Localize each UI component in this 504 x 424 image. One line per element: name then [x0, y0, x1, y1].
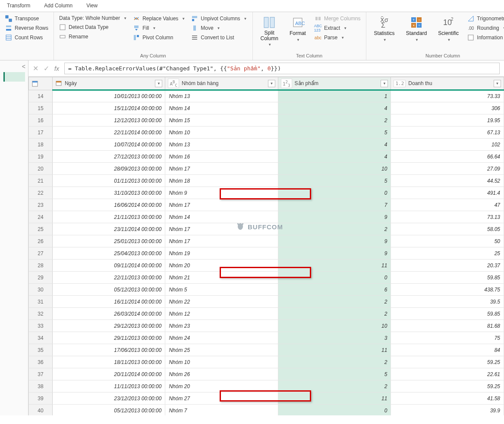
- cell-date[interactable]: 20/11/2014 00:00:00: [52, 368, 165, 380]
- cell-revenue[interactable]: 25: [391, 247, 504, 259]
- table-row[interactable]: 1612/12/2013 00:00:00Nhóm 15219.95: [29, 114, 504, 127]
- cell-group[interactable]: Nhóm 27: [165, 392, 278, 405]
- table-row[interactable]: 3226/03/2014 00:00:00Nhóm 12259.85: [29, 308, 504, 320]
- table-row[interactable]: 3720/11/2014 00:00:00Nhóm 26522.61: [29, 368, 504, 380]
- column-header-sanpham[interactable]: 123Sản phẩm▼: [278, 77, 391, 90]
- table-row[interactable]: 3923/12/2013 00:00:00Nhóm 271141.58: [29, 392, 504, 405]
- cell-revenue[interactable]: 59.25: [391, 356, 504, 368]
- row-number[interactable]: 30: [29, 284, 53, 296]
- cell-date[interactable]: 10/01/2013 00:00:00: [52, 90, 165, 102]
- rename-button[interactable]: Rename: [59, 33, 127, 41]
- cell-product[interactable]: 2: [278, 308, 391, 320]
- cell-revenue[interactable]: 59.85: [391, 272, 504, 284]
- cell-product[interactable]: 4: [278, 151, 391, 163]
- scientific-button[interactable]: 102 Scientific▼: [435, 15, 461, 51]
- row-number[interactable]: 19: [29, 151, 53, 163]
- row-number[interactable]: 33: [29, 320, 53, 332]
- cell-date[interactable]: 10/07/2014 00:00:00: [52, 139, 165, 151]
- cell-revenue[interactable]: 67.13: [391, 127, 504, 139]
- cell-product[interactable]: 10: [278, 163, 391, 175]
- cell-group[interactable]: Nhóm 24: [165, 332, 278, 344]
- cell-revenue[interactable]: 73.33: [391, 90, 504, 102]
- cell-group[interactable]: Nhóm 17: [165, 163, 278, 175]
- table-row[interactable]: 3329/12/2013 00:00:00Nhóm 231081.68: [29, 320, 504, 332]
- cell-product[interactable]: 9: [278, 247, 391, 259]
- table-row[interactable]: 2028/09/2013 00:00:00Nhóm 171027.09: [29, 163, 504, 175]
- fill-button[interactable]: Fill ▼: [133, 24, 185, 32]
- cell-date[interactable]: 26/03/2014 00:00:00: [52, 308, 165, 320]
- cell-revenue[interactable]: 438.75: [391, 284, 504, 296]
- cell-date[interactable]: 05/12/2013 00:00:00: [52, 405, 165, 416]
- cell-date[interactable]: 12/12/2013 00:00:00: [52, 114, 165, 127]
- table-row[interactable]: 2421/11/2013 00:00:00Nhóm 14973.13: [29, 211, 504, 223]
- cell-revenue[interactable]: 58.05: [391, 223, 504, 235]
- row-number[interactable]: 15: [29, 102, 53, 114]
- cell-revenue[interactable]: 41.58: [391, 392, 504, 405]
- table-row[interactable]: 3005/12/2013 00:00:00Nhóm 56438.75: [29, 284, 504, 296]
- row-number[interactable]: 17: [29, 127, 53, 139]
- cell-group[interactable]: Nhóm 26: [165, 368, 278, 380]
- row-number[interactable]: 22: [29, 187, 53, 199]
- cell-date[interactable]: 22/11/2013 00:00:00: [52, 272, 165, 284]
- cell-group[interactable]: Nhóm 20: [165, 259, 278, 272]
- cell-revenue[interactable]: 20.37: [391, 259, 504, 272]
- cell-group[interactable]: Nhóm 13: [165, 90, 278, 102]
- trigonometry-button[interactable]: Trigonometry ▼: [467, 15, 504, 22]
- cell-product[interactable]: 2: [278, 380, 391, 392]
- cell-revenue[interactable]: 39.5: [391, 296, 504, 308]
- accept-formula-icon[interactable]: ✓: [44, 64, 49, 73]
- cell-revenue[interactable]: 19.95: [391, 114, 504, 127]
- parse-button[interactable]: abc Parse ▼: [315, 34, 361, 41]
- formula-input[interactable]: = Table.ReplaceErrorValues(#"Changed Typ…: [64, 63, 500, 74]
- cell-revenue[interactable]: 22.61: [391, 368, 504, 380]
- table-row[interactable]: 2523/11/2014 00:00:00Nhóm 17258.05: [29, 223, 504, 235]
- cell-revenue[interactable]: 39.9: [391, 405, 504, 416]
- row-number[interactable]: 27: [29, 247, 53, 259]
- table-row[interactable]: 3116/11/2014 00:00:00Nhóm 22239.5: [29, 296, 504, 308]
- row-number[interactable]: 26: [29, 235, 53, 247]
- row-number[interactable]: 38: [29, 380, 53, 392]
- cell-product[interactable]: 2: [278, 296, 391, 308]
- cell-product[interactable]: 2: [278, 223, 391, 235]
- information-button[interactable]: Information ▼: [467, 34, 504, 41]
- extract-button[interactable]: ABC123 Extract ▼: [315, 24, 361, 32]
- cell-date[interactable]: 01/11/2013 00:00:00: [52, 175, 165, 187]
- transpose-button[interactable]: Transpose: [5, 15, 48, 22]
- cell-date[interactable]: 29/12/2013 00:00:00: [52, 320, 165, 332]
- cell-date[interactable]: 16/11/2014 00:00:00: [52, 296, 165, 308]
- table-row[interactable]: 3517/06/2013 00:00:00Nhóm 251184: [29, 344, 504, 356]
- cell-group[interactable]: Nhóm 23: [165, 320, 278, 332]
- cell-product[interactable]: 5: [278, 127, 391, 139]
- filter-icon[interactable]: ▼: [268, 80, 275, 87]
- cell-revenue[interactable]: 102: [391, 139, 504, 151]
- cell-group[interactable]: Nhóm 5: [165, 284, 278, 296]
- cell-group[interactable]: Nhóm 16: [165, 151, 278, 163]
- table-row[interactable]: 2231/10/2013 00:00:00Nhóm 90491.4: [29, 187, 504, 199]
- pivot-button[interactable]: Pivot Column: [133, 34, 185, 41]
- tab-add-column[interactable]: Add Column: [37, 0, 79, 12]
- cell-group[interactable]: Nhóm 20: [165, 380, 278, 392]
- row-number[interactable]: 39: [29, 392, 53, 405]
- table-row[interactable]: 3811/11/2013 00:00:00Nhóm 20259.25: [29, 380, 504, 392]
- cell-date[interactable]: 25/01/2013 00:00:00: [52, 235, 165, 247]
- reverse-rows-button[interactable]: Reverse Rows: [5, 24, 48, 32]
- table-row[interactable]: 2316/06/2014 00:00:00Nhóm 17747: [29, 199, 504, 211]
- cell-group[interactable]: Nhóm 15: [165, 114, 278, 127]
- filter-icon[interactable]: ▼: [155, 80, 162, 87]
- cell-group[interactable]: Nhóm 14: [165, 211, 278, 223]
- row-number[interactable]: 18: [29, 139, 53, 151]
- cell-group[interactable]: Nhóm 25: [165, 344, 278, 356]
- convert-list-button[interactable]: Convert to List: [191, 34, 247, 41]
- cell-date[interactable]: 29/11/2013 00:00:00: [52, 332, 165, 344]
- cell-product[interactable]: 11: [278, 259, 391, 272]
- row-number[interactable]: 16: [29, 114, 53, 127]
- unpivot-button[interactable]: Unpivot Columns ▼: [191, 15, 247, 22]
- cell-product[interactable]: 11: [278, 344, 391, 356]
- cell-group[interactable]: Nhóm 10: [165, 127, 278, 139]
- cell-date[interactable]: 17/06/2013 00:00:00: [52, 344, 165, 356]
- cell-group[interactable]: Nhóm 19: [165, 247, 278, 259]
- table-row[interactable]: 1722/11/2014 00:00:00Nhóm 10567.13: [29, 127, 504, 139]
- tab-view[interactable]: View: [79, 0, 104, 12]
- split-column-button[interactable]: SplitColumn ▼: [258, 15, 281, 51]
- cell-product[interactable]: 0: [278, 272, 391, 284]
